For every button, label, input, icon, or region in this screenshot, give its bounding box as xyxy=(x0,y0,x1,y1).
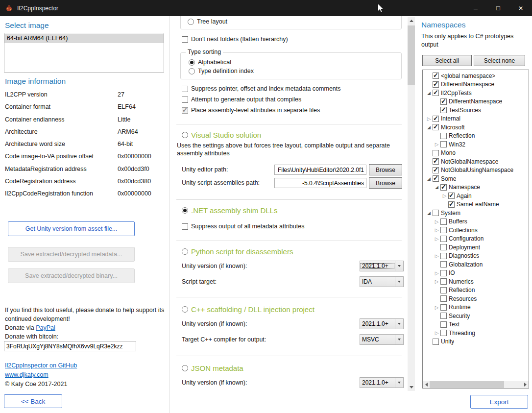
bitcoin-address-input[interactable]: 3FoRUqUXgYj8NY8sMQfhX6vv9LqR3e2kzz xyxy=(4,341,136,351)
expand-icon[interactable] xyxy=(434,330,440,336)
tree-layout-radio[interactable]: Tree layout xyxy=(188,18,227,25)
namespace-checkbox[interactable] xyxy=(440,270,447,276)
export-button[interactable]: Export xyxy=(470,395,528,409)
namespace-checkbox[interactable] xyxy=(433,73,439,79)
tree-item-resources[interactable]: Resources xyxy=(423,294,529,303)
python-unity-version-combo[interactable]: 2021.1.0+ xyxy=(360,261,404,271)
scroll-down-icon[interactable] xyxy=(408,384,415,391)
namespace-checkbox[interactable] xyxy=(433,150,439,156)
dropdown-arrow-icon[interactable] xyxy=(395,261,403,271)
center-scrollbar[interactable] xyxy=(408,17,415,391)
tree-item-again[interactable]: Again xyxy=(423,192,529,200)
tree-item-collections[interactable]: Collections xyxy=(423,226,529,235)
tree-item-system[interactable]: System xyxy=(423,209,529,218)
tree-item-configuration[interactable]: Configuration xyxy=(423,235,529,243)
radio-icon[interactable] xyxy=(182,306,188,313)
namespace-checkbox[interactable] xyxy=(433,81,439,88)
browse-script-assemblies-button[interactable]: Browse xyxy=(369,177,402,189)
tree-item-numerics[interactable]: Numerics xyxy=(423,277,529,286)
suppress-metadata-attributes-checkbox[interactable]: Suppress output of all metadata attribut… xyxy=(182,222,304,230)
namespace-checkbox[interactable] xyxy=(440,133,447,139)
tree-item-some[interactable]: Some xyxy=(423,174,529,183)
maximize-button[interactable]: □ xyxy=(487,0,509,16)
scrollbar-thumb[interactable] xyxy=(408,25,415,85)
namespace-checkbox[interactable] xyxy=(433,124,439,130)
visual-studio-solution-radio[interactable]: Visual Studio solution xyxy=(182,130,261,140)
namespace-checkbox[interactable] xyxy=(440,244,447,250)
back-button[interactable]: << Back xyxy=(4,394,62,408)
minimize-button[interactable]: – xyxy=(464,0,487,16)
namespace-checkbox[interactable] xyxy=(433,158,439,165)
namespace-checkbox[interactable] xyxy=(440,253,447,259)
scroll-up-icon[interactable] xyxy=(408,17,415,24)
checkbox-icon[interactable] xyxy=(182,223,188,230)
suppress-metadata-comments-checkbox[interactable]: Suppress pointer, offset and index metad… xyxy=(182,85,341,93)
namespace-checkbox[interactable] xyxy=(433,90,439,96)
expand-icon[interactable] xyxy=(426,116,432,122)
collapse-icon[interactable] xyxy=(426,210,432,217)
radio-icon[interactable] xyxy=(189,68,195,74)
namespace-checkbox[interactable] xyxy=(440,304,447,311)
tree-item-notglobalnamespace[interactable]: NotGlobalNamespace xyxy=(423,157,529,166)
collapse-icon[interactable] xyxy=(426,90,432,97)
tree-item-reflection[interactable]: Reflection xyxy=(423,132,529,141)
checkbox-icon[interactable] xyxy=(182,107,188,114)
cpp-compiler-combo[interactable]: MSVC xyxy=(360,334,404,345)
dropdown-arrow-icon[interactable] xyxy=(395,335,403,344)
namespace-checkbox[interactable] xyxy=(440,313,447,319)
unity-editor-path-input[interactable]: Files\Unity\Hub\Editor\2020.2.0f1 xyxy=(274,165,366,175)
separate-attribute-files-checkbox[interactable]: Place assembly-level attributes in separ… xyxy=(182,106,320,114)
expand-icon[interactable] xyxy=(434,253,440,259)
tree-item-globalization[interactable]: Globalization xyxy=(423,260,529,269)
select-none-button[interactable]: Select none xyxy=(474,55,525,66)
flatten-hierarchy-checkbox[interactable]: Don't nest folders (flatten hierarchy) xyxy=(182,35,288,43)
radio-icon[interactable] xyxy=(182,248,188,255)
expand-icon[interactable] xyxy=(434,219,440,225)
tree-item-differentnamespace[interactable]: DifferentNamespace xyxy=(423,80,529,89)
tree-item-threading[interactable]: Threading xyxy=(423,329,529,338)
tree-item-sameleafname[interactable]: SameLeafName xyxy=(423,200,529,209)
tree-item-buffers[interactable]: Buffers xyxy=(423,218,529,226)
tree-item-win32[interactable]: Win32 xyxy=(423,140,529,149)
tree-item-text[interactable]: Text xyxy=(423,320,529,329)
namespace-checkbox[interactable] xyxy=(433,339,439,345)
radio-icon[interactable] xyxy=(182,365,188,371)
namespace-checkbox[interactable] xyxy=(440,330,447,336)
checkbox-icon[interactable] xyxy=(182,97,188,103)
collapse-icon[interactable] xyxy=(426,124,432,131)
cpp-unity-version-combo[interactable]: 2021.1.0+ xyxy=(360,318,404,329)
expand-icon[interactable] xyxy=(434,304,440,311)
select-all-button[interactable]: Select all xyxy=(422,55,472,66)
tree-item-microsoft[interactable]: Microsoft xyxy=(423,123,529,132)
collapse-icon[interactable] xyxy=(434,184,440,191)
scroll-right-icon[interactable] xyxy=(522,381,529,388)
script-target-combo[interactable]: IDA xyxy=(360,276,404,287)
browse-editor-path-button[interactable]: Browse xyxy=(369,164,402,175)
namespace-checkbox[interactable] xyxy=(440,184,447,191)
tree-item-diagnostics[interactable]: Diagnostics xyxy=(423,252,529,261)
python-script-radio[interactable]: Python script for disassemblers xyxy=(182,246,293,256)
expand-icon[interactable] xyxy=(441,193,448,199)
tree-item-unity[interactable]: Unity xyxy=(423,338,529,346)
radio-icon[interactable] xyxy=(182,132,188,138)
tree-item-global-namespace[interactable]: <global namespace> xyxy=(423,72,529,80)
unity-script-assemblies-input[interactable]: -5.0.4\ScriptAssemblies xyxy=(274,178,366,188)
expand-icon[interactable] xyxy=(434,270,440,276)
namespace-checkbox[interactable] xyxy=(433,175,439,182)
scrollbar-thumb[interactable] xyxy=(430,381,504,388)
namespace-checkbox[interactable] xyxy=(440,219,447,225)
tree-item-internal[interactable]: Internal xyxy=(423,115,529,123)
radio-icon[interactable] xyxy=(188,19,194,25)
tree-item-il2cpptests[interactable]: Il2CppTests xyxy=(423,89,529,97)
namespace-checkbox[interactable] xyxy=(440,236,447,242)
json-metadata-radio[interactable]: JSON metadata xyxy=(182,363,243,373)
namespace-checkbox[interactable] xyxy=(440,321,447,328)
tree-item-mono[interactable]: Mono xyxy=(423,149,529,158)
expand-icon[interactable] xyxy=(434,141,440,147)
tree-item-security[interactable]: Security xyxy=(423,312,529,320)
github-link[interactable]: Il2CppInspector on GitHub xyxy=(5,362,77,369)
tree-item-testsources[interactable]: TestSources xyxy=(423,106,529,115)
json-unity-version-combo[interactable]: 2021.1.0+ xyxy=(360,377,404,388)
namespace-checkbox[interactable] xyxy=(433,116,439,122)
website-link[interactable]: www.djkaty.com xyxy=(5,371,48,378)
